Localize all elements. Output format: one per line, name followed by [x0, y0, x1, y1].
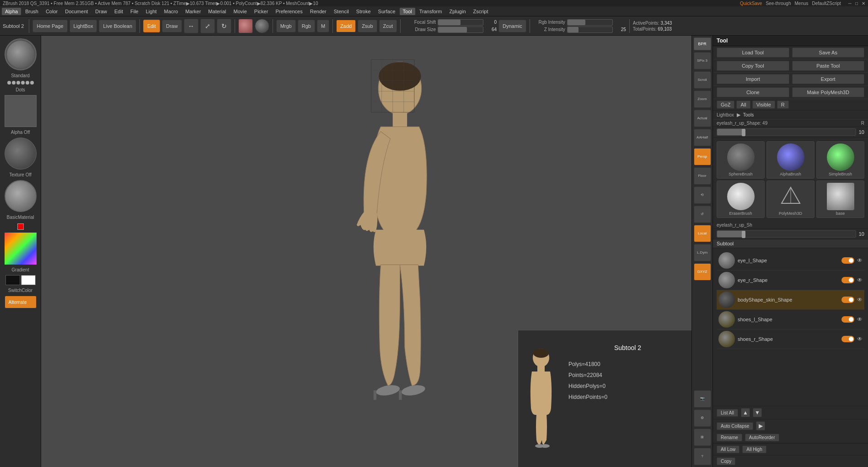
- subtool-eye-r[interactable]: eye_r_Shape 👁: [717, 271, 864, 290]
- copy-btn[interactable]: Copy: [717, 457, 735, 465]
- shoes-r-visibility[interactable]: 👁: [857, 336, 863, 342]
- menu-alpha[interactable]: Alpha: [2, 8, 21, 15]
- close-btn[interactable]: ✕: [862, 1, 865, 6]
- menu-draw[interactable]: Draw: [92, 8, 110, 15]
- menu-file[interactable]: File: [127, 8, 142, 15]
- auto-collapse-right-btn[interactable]: ▶: [756, 421, 765, 430]
- aahalf-btn[interactable]: AAHalf: [694, 129, 711, 146]
- rgb-btn[interactable]: Rgb: [298, 20, 315, 32]
- menu-zplugin[interactable]: Zplugin: [446, 8, 469, 15]
- menu-macro[interactable]: Macro: [161, 8, 182, 15]
- zsub-btn[interactable]: Zsub: [358, 20, 377, 32]
- black-swatch[interactable]: [5, 275, 20, 285]
- quicksave-btn[interactable]: QuickSave: [740, 1, 762, 6]
- subtool-eye-l[interactable]: eye_l_Shape 👁: [717, 251, 864, 271]
- auto-collapse-btn[interactable]: Auto Collapse: [717, 422, 753, 430]
- all-btn[interactable]: All: [736, 101, 750, 109]
- eye-l-toggle[interactable]: [841, 257, 854, 264]
- auto-reorder-btn[interactable]: AutoReorder: [745, 434, 779, 441]
- shoes-l-visibility[interactable]: 👁: [857, 316, 863, 323]
- menu-preferences[interactable]: Preferences: [272, 8, 305, 15]
- grid-btn[interactable]: ⊞: [694, 429, 711, 446]
- dynamic-btn[interactable]: Dynamic: [498, 20, 526, 32]
- clone-btn[interactable]: Clone: [717, 87, 789, 97]
- settings-btn[interactable]: ⚙: [694, 409, 711, 427]
- alpha-brush-item[interactable]: AlphaBrush: [766, 141, 814, 179]
- z-intensity-slider[interactable]: [567, 27, 613, 33]
- make-polymesh-btn[interactable]: Make PolyMesh3D: [792, 87, 865, 97]
- load-tool-btn[interactable]: Load Tool: [717, 48, 789, 58]
- live-boolean-btn[interactable]: Live Boolean: [99, 20, 136, 32]
- menu-movie[interactable]: Movie: [230, 8, 250, 15]
- second-slider[interactable]: [717, 230, 856, 238]
- save-as-btn[interactable]: Save As: [792, 48, 865, 58]
- edit-btn[interactable]: Edit: [143, 20, 160, 32]
- sphere-material-btn[interactable]: [238, 19, 253, 33]
- maximize-btn[interactable]: □: [855, 1, 858, 6]
- rotate-btn[interactable]: ↻: [217, 19, 231, 33]
- subtool-section-header[interactable]: Subtool: [713, 239, 868, 248]
- menu-transform[interactable]: Transform: [416, 8, 445, 15]
- lightbox-label[interactable]: Lightbox: [717, 112, 734, 117]
- goz-btn[interactable]: GoZ: [717, 101, 734, 109]
- actual-btn[interactable]: Actual: [694, 110, 711, 127]
- gxyz-btn[interactable]: GXYZ: [694, 263, 711, 281]
- shape-slider[interactable]: [717, 128, 856, 136]
- import-btn[interactable]: Import: [717, 74, 789, 84]
- eraser-brush-item[interactable]: EraserBrush: [717, 180, 765, 218]
- menu-picker[interactable]: Picker: [251, 8, 272, 15]
- all-high-btn[interactable]: All High: [742, 446, 766, 453]
- rename-btn[interactable]: Rename: [717, 434, 742, 441]
- paste-tool-btn[interactable]: Paste Tool: [792, 61, 865, 71]
- rotate-y-btn[interactable]: ↺: [694, 206, 711, 223]
- color-swatch[interactable]: [5, 233, 37, 265]
- subtool-body[interactable]: bodyShape_skin_Shape 👁: [717, 290, 864, 310]
- eye-l-visibility[interactable]: 👁: [857, 257, 863, 264]
- lightbox-btn[interactable]: LightBox: [70, 20, 97, 32]
- list-down-btn[interactable]: ▼: [753, 408, 762, 417]
- menu-edit[interactable]: Edit: [111, 8, 126, 15]
- mrgb-btn[interactable]: Mrgb: [276, 20, 296, 32]
- dots-preview[interactable]: [4, 81, 38, 85]
- shoes-l-toggle[interactable]: [841, 316, 854, 323]
- zcut-btn[interactable]: Zcut: [379, 20, 397, 32]
- base-item[interactable]: base: [816, 180, 864, 218]
- list-all-btn[interactable]: List All: [717, 409, 738, 417]
- help-btn[interactable]: ?: [694, 448, 711, 465]
- menu-tool[interactable]: Tool: [400, 8, 415, 15]
- menu-marker[interactable]: Marker: [182, 8, 204, 15]
- canvas-area[interactable]: Subtool 2 Polys=41800 Points=22084 Hidde…: [41, 36, 691, 467]
- subtool-shoes-l[interactable]: shoes_l_Shape 👁: [717, 310, 864, 329]
- rgb-intensity-slider[interactable]: [567, 19, 613, 26]
- home-page-btn[interactable]: Home Page: [32, 20, 67, 32]
- focal-shift-slider[interactable]: [438, 19, 483, 26]
- eye-r-visibility[interactable]: 👁: [857, 277, 863, 283]
- white-swatch[interactable]: [21, 275, 36, 285]
- zoom-btn[interactable]: Zoom: [694, 90, 711, 108]
- color-indicator[interactable]: [17, 223, 24, 230]
- menu-document[interactable]: Document: [62, 8, 91, 15]
- export-btn[interactable]: Export: [792, 74, 865, 84]
- copy-tool-btn[interactable]: Copy Tool: [717, 61, 789, 71]
- alternate-btn[interactable]: Alternate: [5, 296, 37, 308]
- eye-r-toggle[interactable]: [841, 277, 854, 283]
- standard-brush-preview[interactable]: [5, 38, 37, 70]
- ldym-btn[interactable]: L.Dym: [694, 244, 711, 261]
- shoes-r-toggle[interactable]: [841, 336, 854, 342]
- menu-light[interactable]: Light: [143, 8, 160, 15]
- draw-btn[interactable]: Draw: [162, 20, 182, 32]
- local-btn[interactable]: Local: [694, 225, 711, 242]
- polymesh-item[interactable]: PolyMesh3D: [766, 180, 814, 218]
- bpr-btn[interactable]: BPR: [694, 37, 711, 50]
- draw-size-slider[interactable]: [438, 27, 483, 33]
- zadd-btn[interactable]: Zadd: [336, 20, 356, 32]
- menus-btn[interactable]: Menus: [794, 1, 808, 6]
- body-toggle[interactable]: [841, 297, 854, 303]
- move-btn[interactable]: ↔: [184, 19, 198, 33]
- scale-btn[interactable]: ⤢: [200, 19, 215, 33]
- menu-material[interactable]: Material: [205, 8, 229, 15]
- spix-btn[interactable]: SPix 3: [694, 52, 711, 69]
- simple-brush-item[interactable]: SimpleBrush: [816, 141, 864, 179]
- menu-stroke[interactable]: Stroke: [353, 8, 374, 15]
- menu-zscript[interactable]: Zscript: [470, 8, 492, 15]
